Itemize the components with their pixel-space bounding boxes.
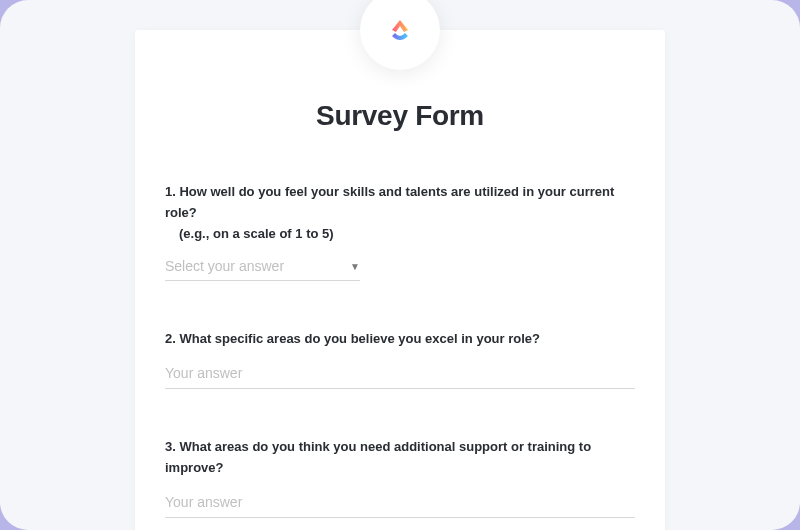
question-1-label-main: 1. How well do you feel your skills and … [165,184,614,220]
question-2: 2. What specific areas do you believe yo… [165,329,635,389]
question-1-label-sub: (e.g., on a scale of 1 to 5) [165,224,635,245]
form-title: Survey Form [165,100,635,132]
form-card: Survey Form 1. How well do you feel your… [135,30,665,530]
page-background: Survey Form 1. How well do you feel your… [0,0,800,530]
clickup-icon [382,12,418,48]
question-2-label: 2. What specific areas do you believe yo… [165,329,635,350]
chevron-down-icon: ▼ [350,261,360,272]
question-1-select[interactable]: Select your answer ▼ [165,258,360,281]
question-1: 1. How well do you feel your skills and … [165,182,635,281]
question-2-input-wrap [165,364,635,389]
question-3-input[interactable] [165,494,635,510]
question-2-input[interactable] [165,365,635,381]
select-placeholder: Select your answer [165,258,350,274]
question-3-label: 3. What areas do you think you need addi… [165,437,635,479]
question-3-input-wrap [165,493,635,518]
question-3: 3. What areas do you think you need addi… [165,437,635,518]
question-1-label: 1. How well do you feel your skills and … [165,182,635,244]
logo-container [360,0,440,70]
